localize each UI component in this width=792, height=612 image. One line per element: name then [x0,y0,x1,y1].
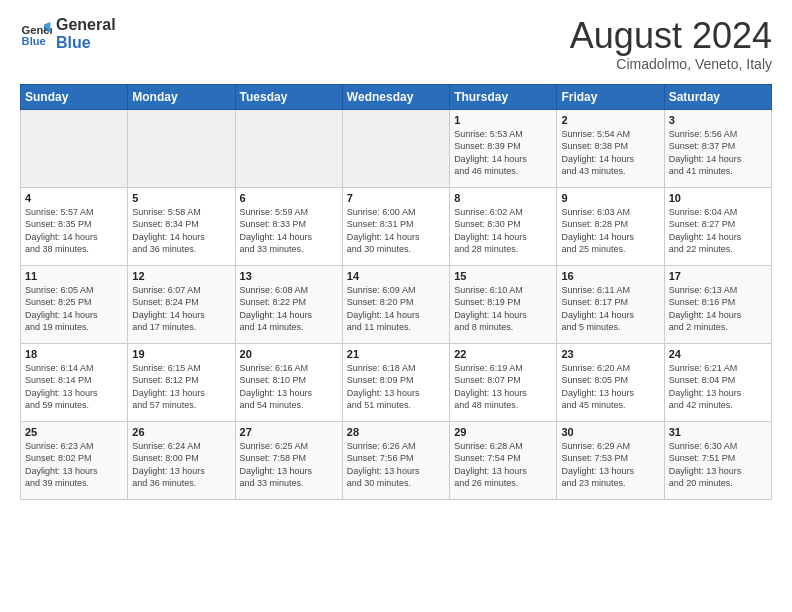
calendar-title: August 2024 [570,16,772,56]
calendar-cell: 15Sunrise: 6:10 AM Sunset: 8:19 PM Dayli… [450,265,557,343]
page-container: General Blue General Blue August 2024 Ci… [0,0,792,510]
day-info: Sunrise: 5:56 AM Sunset: 8:37 PM Dayligh… [669,128,767,178]
calendar-cell: 11Sunrise: 6:05 AM Sunset: 8:25 PM Dayli… [21,265,128,343]
day-header-monday: Monday [128,84,235,109]
day-info: Sunrise: 6:11 AM Sunset: 8:17 PM Dayligh… [561,284,659,334]
day-number: 6 [240,192,338,204]
day-number: 22 [454,348,552,360]
day-info: Sunrise: 6:18 AM Sunset: 8:09 PM Dayligh… [347,362,445,412]
calendar-cell: 1Sunrise: 5:53 AM Sunset: 8:39 PM Daylig… [450,109,557,187]
calendar-cell: 4Sunrise: 5:57 AM Sunset: 8:35 PM Daylig… [21,187,128,265]
calendar-cell: 27Sunrise: 6:25 AM Sunset: 7:58 PM Dayli… [235,421,342,499]
calendar-subtitle: Cimadolmo, Veneto, Italy [570,56,772,72]
day-header-tuesday: Tuesday [235,84,342,109]
day-info: Sunrise: 6:13 AM Sunset: 8:16 PM Dayligh… [669,284,767,334]
calendar-cell: 20Sunrise: 6:16 AM Sunset: 8:10 PM Dayli… [235,343,342,421]
day-number: 13 [240,270,338,282]
day-info: Sunrise: 6:28 AM Sunset: 7:54 PM Dayligh… [454,440,552,490]
calendar-cell [128,109,235,187]
calendar-cell: 8Sunrise: 6:02 AM Sunset: 8:30 PM Daylig… [450,187,557,265]
day-info: Sunrise: 6:15 AM Sunset: 8:12 PM Dayligh… [132,362,230,412]
header: General Blue General Blue August 2024 Ci… [20,16,772,72]
day-info: Sunrise: 6:25 AM Sunset: 7:58 PM Dayligh… [240,440,338,490]
calendar-cell: 30Sunrise: 6:29 AM Sunset: 7:53 PM Dayli… [557,421,664,499]
logo-blue: Blue [56,34,116,52]
week-row-2: 4Sunrise: 5:57 AM Sunset: 8:35 PM Daylig… [21,187,772,265]
day-number: 16 [561,270,659,282]
day-info: Sunrise: 5:57 AM Sunset: 8:35 PM Dayligh… [25,206,123,256]
day-number: 20 [240,348,338,360]
day-info: Sunrise: 6:03 AM Sunset: 8:28 PM Dayligh… [561,206,659,256]
day-info: Sunrise: 5:58 AM Sunset: 8:34 PM Dayligh… [132,206,230,256]
day-info: Sunrise: 6:09 AM Sunset: 8:20 PM Dayligh… [347,284,445,334]
calendar-cell: 9Sunrise: 6:03 AM Sunset: 8:28 PM Daylig… [557,187,664,265]
day-info: Sunrise: 6:10 AM Sunset: 8:19 PM Dayligh… [454,284,552,334]
svg-text:Blue: Blue [22,36,46,48]
calendar-cell: 23Sunrise: 6:20 AM Sunset: 8:05 PM Dayli… [557,343,664,421]
calendar-cell: 22Sunrise: 6:19 AM Sunset: 8:07 PM Dayli… [450,343,557,421]
day-info: Sunrise: 6:07 AM Sunset: 8:24 PM Dayligh… [132,284,230,334]
logo-general: General [56,16,116,34]
day-number: 8 [454,192,552,204]
calendar-cell: 5Sunrise: 5:58 AM Sunset: 8:34 PM Daylig… [128,187,235,265]
day-info: Sunrise: 5:59 AM Sunset: 8:33 PM Dayligh… [240,206,338,256]
week-row-3: 11Sunrise: 6:05 AM Sunset: 8:25 PM Dayli… [21,265,772,343]
week-row-4: 18Sunrise: 6:14 AM Sunset: 8:14 PM Dayli… [21,343,772,421]
day-header-thursday: Thursday [450,84,557,109]
day-info: Sunrise: 6:24 AM Sunset: 8:00 PM Dayligh… [132,440,230,490]
day-number: 24 [669,348,767,360]
calendar-cell [235,109,342,187]
calendar-cell: 13Sunrise: 6:08 AM Sunset: 8:22 PM Dayli… [235,265,342,343]
calendar-cell [342,109,449,187]
day-number: 1 [454,114,552,126]
day-number: 27 [240,426,338,438]
week-row-5: 25Sunrise: 6:23 AM Sunset: 8:02 PM Dayli… [21,421,772,499]
calendar-cell: 6Sunrise: 5:59 AM Sunset: 8:33 PM Daylig… [235,187,342,265]
day-info: Sunrise: 6:02 AM Sunset: 8:30 PM Dayligh… [454,206,552,256]
day-info: Sunrise: 6:26 AM Sunset: 7:56 PM Dayligh… [347,440,445,490]
calendar-cell: 3Sunrise: 5:56 AM Sunset: 8:37 PM Daylig… [664,109,771,187]
day-info: Sunrise: 6:04 AM Sunset: 8:27 PM Dayligh… [669,206,767,256]
calendar-cell: 10Sunrise: 6:04 AM Sunset: 8:27 PM Dayli… [664,187,771,265]
day-number: 15 [454,270,552,282]
day-info: Sunrise: 6:08 AM Sunset: 8:22 PM Dayligh… [240,284,338,334]
day-info: Sunrise: 6:30 AM Sunset: 7:51 PM Dayligh… [669,440,767,490]
calendar-cell: 24Sunrise: 6:21 AM Sunset: 8:04 PM Dayli… [664,343,771,421]
day-number: 4 [25,192,123,204]
day-number: 25 [25,426,123,438]
calendar-cell: 12Sunrise: 6:07 AM Sunset: 8:24 PM Dayli… [128,265,235,343]
day-number: 5 [132,192,230,204]
logo-icon: General Blue [20,18,52,50]
day-header-saturday: Saturday [664,84,771,109]
day-info: Sunrise: 5:53 AM Sunset: 8:39 PM Dayligh… [454,128,552,178]
calendar-cell: 16Sunrise: 6:11 AM Sunset: 8:17 PM Dayli… [557,265,664,343]
logo: General Blue General Blue [20,16,116,53]
day-number: 7 [347,192,445,204]
day-info: Sunrise: 6:21 AM Sunset: 8:04 PM Dayligh… [669,362,767,412]
day-number: 10 [669,192,767,204]
day-number: 26 [132,426,230,438]
day-number: 19 [132,348,230,360]
calendar-cell: 17Sunrise: 6:13 AM Sunset: 8:16 PM Dayli… [664,265,771,343]
day-number: 30 [561,426,659,438]
title-block: August 2024 Cimadolmo, Veneto, Italy [570,16,772,72]
day-number: 29 [454,426,552,438]
calendar-cell: 19Sunrise: 6:15 AM Sunset: 8:12 PM Dayli… [128,343,235,421]
day-info: Sunrise: 6:19 AM Sunset: 8:07 PM Dayligh… [454,362,552,412]
day-info: Sunrise: 5:54 AM Sunset: 8:38 PM Dayligh… [561,128,659,178]
day-info: Sunrise: 6:05 AM Sunset: 8:25 PM Dayligh… [25,284,123,334]
day-number: 9 [561,192,659,204]
calendar-cell: 2Sunrise: 5:54 AM Sunset: 8:38 PM Daylig… [557,109,664,187]
calendar-table: SundayMondayTuesdayWednesdayThursdayFrid… [20,84,772,500]
day-number: 12 [132,270,230,282]
day-number: 28 [347,426,445,438]
calendar-cell [21,109,128,187]
calendar-cell: 29Sunrise: 6:28 AM Sunset: 7:54 PM Dayli… [450,421,557,499]
day-number: 18 [25,348,123,360]
day-info: Sunrise: 6:20 AM Sunset: 8:05 PM Dayligh… [561,362,659,412]
day-info: Sunrise: 6:23 AM Sunset: 8:02 PM Dayligh… [25,440,123,490]
calendar-cell: 26Sunrise: 6:24 AM Sunset: 8:00 PM Dayli… [128,421,235,499]
calendar-cell: 25Sunrise: 6:23 AM Sunset: 8:02 PM Dayli… [21,421,128,499]
calendar-cell: 31Sunrise: 6:30 AM Sunset: 7:51 PM Dayli… [664,421,771,499]
day-info: Sunrise: 6:00 AM Sunset: 8:31 PM Dayligh… [347,206,445,256]
